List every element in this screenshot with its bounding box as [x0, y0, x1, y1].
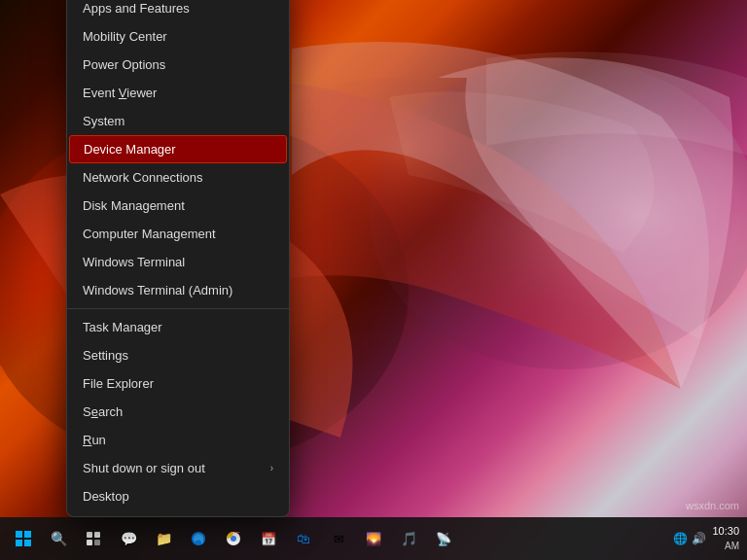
taskbar-remote[interactable]: 📡 — [428, 523, 459, 554]
menu-label-disk-management: Disk Management — [83, 198, 273, 213]
svg-rect-5 — [16, 540, 22, 546]
context-menu: Apps and FeaturesMobility CenterPower Op… — [66, 0, 290, 517]
network-icon[interactable]: 🌐 — [673, 532, 688, 545]
svg-rect-10 — [94, 540, 100, 545]
taskbar-icons: 🔍 💬 📁 — [8, 523, 459, 554]
menu-item-system[interactable]: System — [67, 107, 289, 135]
menu-item-desktop[interactable]: Desktop — [67, 482, 289, 510]
svg-point-1 — [370, 58, 747, 369]
taskbar-file-explorer[interactable]: 📁 — [148, 523, 179, 554]
menu-label-network-connections: Network Connections — [83, 170, 273, 185]
menu-item-network-connections[interactable]: Network Connections — [67, 163, 289, 192]
menu-item-disk-management[interactable]: Disk Management — [67, 192, 289, 220]
svg-rect-7 — [87, 532, 92, 538]
menu-label-task-manager: Task Manager — [83, 320, 273, 334]
menu-label-settings: Settings — [83, 348, 273, 363]
menu-item-apps-features[interactable]: Apps and Features — [67, 0, 289, 22]
volume-icon[interactable]: 🔊 — [692, 532, 706, 545]
menu-item-run[interactable]: Run — [67, 426, 289, 454]
taskbar-spotify[interactable]: 🎵 — [393, 523, 424, 554]
menu-item-file-explorer[interactable]: File Explorer — [67, 369, 289, 398]
menu-label-event-viewer: Event Viewer — [83, 86, 273, 100]
taskbar-store[interactable]: 🛍 — [288, 523, 319, 554]
menu-label-file-explorer: File Explorer — [83, 376, 273, 391]
menu-item-event-viewer[interactable]: Event Viewer — [67, 79, 289, 107]
taskbar-teams[interactable]: 💬 — [113, 523, 144, 554]
menu-label-system: System — [83, 114, 273, 128]
menu-item-windows-terminal-admin[interactable]: Windows Terminal (Admin) — [67, 276, 289, 304]
menu-item-device-manager[interactable]: Device Manager — [69, 135, 287, 163]
menu-label-run: Run — [83, 433, 273, 447]
sys-tray-icons: 🌐 🔊 — [673, 532, 706, 545]
taskbar-photos[interactable]: 🌄 — [358, 523, 389, 554]
menu-item-shut-down[interactable]: Shut down or sign out› — [67, 454, 289, 482]
menu-label-power-options: Power Options — [83, 57, 273, 72]
taskbar-date-display: AM — [712, 540, 739, 553]
taskbar: 🔍 💬 📁 — [0, 517, 747, 560]
menu-label-shut-down: Shut down or sign out — [83, 461, 270, 475]
taskbar-calendar[interactable]: 📅 — [253, 523, 284, 554]
menu-separator — [67, 308, 289, 309]
svg-rect-9 — [87, 540, 92, 545]
taskbar-task-view[interactable] — [78, 523, 109, 554]
menu-item-settings[interactable]: Settings — [67, 341, 289, 369]
menu-label-windows-terminal: Windows Terminal — [83, 255, 273, 269]
menu-label-computer-management: Computer Management — [83, 227, 273, 241]
submenu-arrow-shut-down: › — [270, 463, 273, 473]
menu-label-apps-features: Apps and Features — [83, 1, 273, 16]
taskbar-clock[interactable]: 10:30 AM — [712, 524, 739, 552]
menu-label-device-manager: Device Manager — [84, 142, 272, 157]
menu-label-desktop: Desktop — [83, 489, 273, 504]
taskbar-search[interactable]: 🔍 — [43, 523, 74, 554]
taskbar-chrome[interactable] — [218, 523, 249, 554]
svg-rect-4 — [24, 531, 31, 538]
svg-rect-3 — [16, 531, 22, 538]
svg-rect-8 — [94, 532, 100, 538]
menu-label-windows-terminal-admin: Windows Terminal (Admin) — [83, 283, 273, 298]
taskbar-mail[interactable]: ✉ — [323, 523, 354, 554]
menu-item-computer-management[interactable]: Computer Management — [67, 220, 289, 248]
menu-item-windows-terminal[interactable]: Windows Terminal — [67, 248, 289, 276]
menu-item-mobility-center[interactable]: Mobility Center — [67, 22, 289, 51]
start-button[interactable] — [8, 523, 39, 554]
menu-item-power-options[interactable]: Power Options — [67, 51, 289, 79]
menu-item-task-manager[interactable]: Task Manager — [67, 313, 289, 341]
menu-label-search: Search — [83, 404, 273, 419]
taskbar-system-tray: 🌐 🔊 10:30 AM — [673, 524, 739, 552]
svg-rect-6 — [24, 540, 31, 546]
taskbar-time-display: 10:30 — [712, 524, 739, 539]
watermark: wsxdn.com — [686, 500, 739, 511]
menu-item-search[interactable]: Search — [67, 398, 289, 426]
menu-label-mobility-center: Mobility Center — [83, 29, 273, 44]
taskbar-edge[interactable] — [183, 523, 214, 554]
